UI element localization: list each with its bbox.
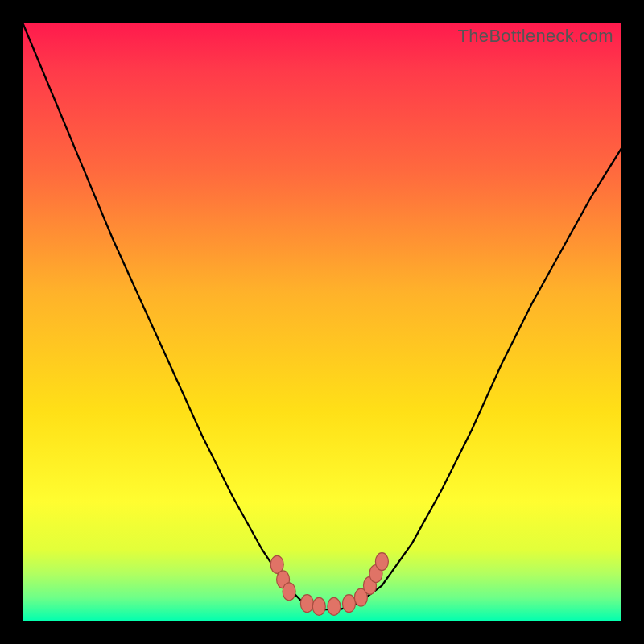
chart-frame: TheBottleneck.com <box>0 0 644 644</box>
bottleneck-curve <box>23 23 621 609</box>
marker-dot <box>312 597 325 615</box>
curve-svg <box>23 23 621 621</box>
marker-dot <box>300 595 313 613</box>
marker-dot <box>328 597 341 615</box>
plot-area: TheBottleneck.com <box>23 23 621 621</box>
marker-dot <box>375 553 388 571</box>
marker-dot <box>283 583 295 601</box>
marker-dot <box>343 595 356 613</box>
valley-markers <box>270 553 388 616</box>
